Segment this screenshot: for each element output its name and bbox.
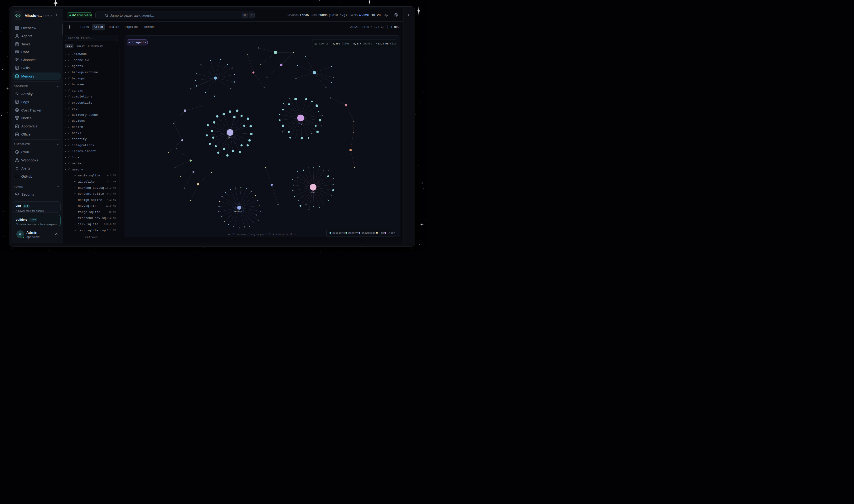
svg-text:jarv: jarv [228, 136, 232, 139]
svg-text:research: research [234, 210, 244, 213]
svg-text:forge: forge [298, 122, 303, 124]
svg-text:dev: dev [311, 191, 315, 194]
